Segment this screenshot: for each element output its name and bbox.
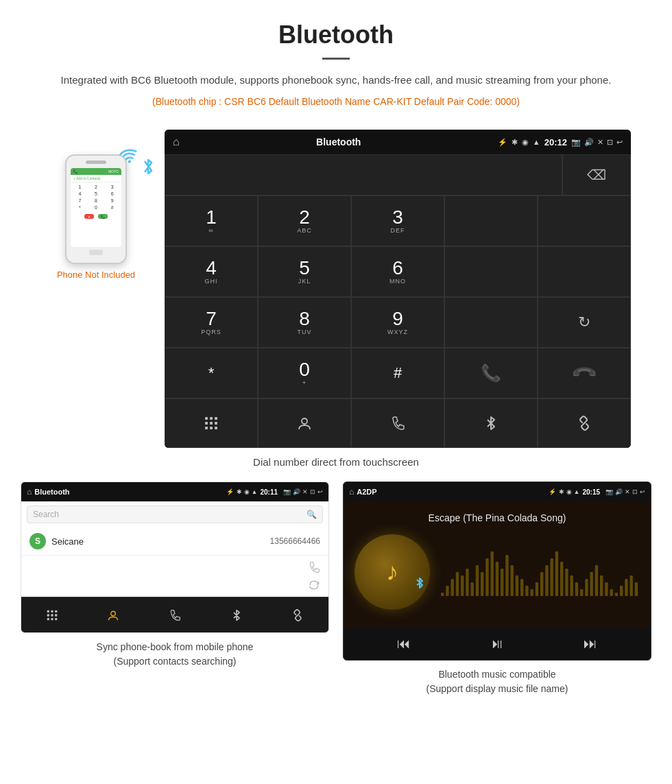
svg-rect-29 [471, 582, 474, 596]
svg-rect-49 [571, 575, 573, 596]
svg-rect-36 [505, 555, 508, 596]
close-icon[interactable]: ✕ [597, 138, 603, 147]
home-icon[interactable]: ⌂ [173, 136, 180, 148]
svg-rect-12 [47, 610, 49, 613]
pb-tb-contacts[interactable] [83, 597, 145, 632]
pb-signal-icon: ▲ [252, 488, 258, 495]
playpause-button[interactable]: ⏯ [490, 636, 504, 652]
pb-tb-phone[interactable] [144, 597, 206, 632]
pb-back-icon[interactable]: ↩ [317, 488, 323, 495]
dialpad-row-1: 1 ∞ 2 ABC 3 DEF [165, 195, 631, 246]
window-icon[interactable]: ⊡ [607, 138, 613, 147]
pb-toolbar [21, 597, 328, 632]
pb-contact-row[interactable]: S Seicane 13566664466 [21, 527, 328, 556]
dialpad-row-3: 7 PQRS 8 TUV 9 WXYZ ↻ [165, 297, 631, 348]
key-0[interactable]: 0 + [258, 348, 351, 399]
key-empty-r3 [444, 297, 538, 348]
toolbar-link[interactable] [538, 399, 631, 448]
dial-caption: Dial number direct from touchscreen [0, 456, 672, 468]
svg-rect-26 [456, 572, 459, 596]
key-4[interactable]: 4 GHI [165, 246, 258, 297]
dialpad-display[interactable] [165, 154, 562, 195]
svg-rect-54 [595, 565, 598, 596]
endcall-icon: 📞 [570, 359, 598, 388]
call-button[interactable]: 📞 [444, 348, 538, 399]
key-9[interactable]: 9 WXYZ [351, 297, 444, 348]
usb-icon: ⚡ [498, 138, 507, 147]
svg-rect-39 [520, 579, 523, 596]
pb-vol-icon[interactable]: 🔊 [293, 488, 300, 495]
music-vol-icon[interactable]: 🔊 [615, 488, 623, 495]
toolbar-bluetooth[interactable] [444, 399, 538, 448]
music-content: Escape (The Pina Colada Song) ♪ [344, 501, 651, 628]
music-right-icons: 📷 🔊 ✕ ⊡ ↩ [605, 488, 645, 495]
key-5[interactable]: 5 JKL [258, 246, 351, 297]
back-icon[interactable]: ↩ [616, 138, 623, 147]
camera-icon[interactable]: 📷 [571, 138, 581, 147]
endcall-button[interactable]: 📞 [538, 348, 631, 399]
pb-side-phone-icon [308, 561, 320, 573]
svg-rect-25 [451, 579, 454, 596]
svg-rect-13 [51, 610, 53, 613]
volume-icon[interactable]: 🔊 [584, 138, 594, 147]
key-empty-r2 [444, 246, 538, 297]
svg-rect-56 [605, 582, 608, 596]
music-back-icon[interactable]: ↩ [640, 488, 645, 495]
toolbar-contacts[interactable] [258, 399, 351, 448]
refresh-button[interactable]: ↻ [538, 297, 631, 348]
pb-win-icon[interactable]: ⊡ [310, 488, 315, 495]
svg-rect-1 [205, 417, 208, 420]
key-hash[interactable]: # [351, 348, 444, 399]
pb-close-icon[interactable]: ✕ [302, 488, 308, 495]
svg-rect-45 [551, 558, 553, 596]
pb-camera-icon[interactable]: 📷 [283, 488, 291, 495]
music-screen: ⌂ A2DP ⚡ ✱ ◉ ▲ 20:15 📷 🔊 ✕ ⊡ ↩ [343, 482, 651, 661]
toolbar-phone[interactable] [351, 399, 444, 448]
svg-rect-28 [466, 569, 468, 596]
music-equalizer [441, 538, 640, 613]
toolbar-dialpad[interactable] [165, 399, 258, 448]
key-2[interactable]: 2 ABC [258, 195, 351, 246]
key-7[interactable]: 7 PQRS [165, 297, 258, 348]
backspace-button[interactable]: ⌫ [562, 154, 631, 195]
page-header: Bluetooth Integrated with BC6 Bluetooth … [0, 0, 672, 123]
dial-section: 📞 MOTO + Add to Contacts 123 456 789 *0#… [0, 123, 672, 448]
svg-rect-44 [545, 565, 548, 596]
svg-rect-61 [630, 575, 633, 596]
key-1[interactable]: 1 ∞ [165, 195, 258, 246]
phone-screen: 📞 MOTO + Add to Contacts 123 456 789 *0#… [71, 168, 121, 247]
svg-rect-27 [461, 575, 464, 596]
pb-tb-bluetooth[interactable] [206, 597, 267, 632]
music-close-icon[interactable]: ✕ [625, 488, 630, 495]
svg-rect-40 [525, 586, 528, 596]
music-camera-icon[interactable]: 📷 [605, 488, 613, 495]
svg-rect-31 [481, 572, 483, 596]
svg-point-0 [128, 160, 131, 163]
svg-rect-46 [555, 551, 558, 596]
music-win-icon[interactable]: ⊡ [632, 488, 638, 495]
pb-home-icon[interactable]: ⌂ [27, 487, 32, 497]
svg-rect-35 [501, 569, 503, 596]
bluetooth-icon [483, 416, 499, 431]
dialpad-display-row: ⌫ [165, 154, 631, 195]
svg-rect-32 [485, 558, 488, 596]
svg-rect-15 [47, 614, 49, 616]
pb-tb-link[interactable] [267, 597, 328, 632]
key-star[interactable]: * [165, 348, 258, 399]
key-3[interactable]: 3 DEF [351, 195, 444, 246]
pb-search-bar[interactable]: Search 🔍 [27, 506, 323, 523]
prev-button[interactable]: ⏮ [397, 636, 411, 652]
next-button[interactable]: ⏭ [584, 636, 597, 652]
pb-dialpad-icon [46, 609, 58, 621]
music-home-icon[interactable]: ⌂ [349, 487, 354, 497]
svg-rect-4 [205, 422, 208, 425]
key-8[interactable]: 8 TUV [258, 297, 351, 348]
key-empty-r1 [444, 195, 538, 246]
phonebook-screen: ⌂ Bluetooth ⚡ ✱ ◉ ▲ 20:11 📷 🔊 ✕ ⊡ ↩ [21, 482, 329, 633]
pb-tb-dialpad[interactable] [21, 597, 83, 632]
contacts-icon [297, 416, 312, 431]
statusbar-title: Bluetooth [184, 136, 494, 147]
key-6[interactable]: 6 MNO [351, 246, 444, 297]
music-signal-icon: ▲ [574, 488, 580, 495]
car-screen-toolbar [165, 399, 631, 448]
